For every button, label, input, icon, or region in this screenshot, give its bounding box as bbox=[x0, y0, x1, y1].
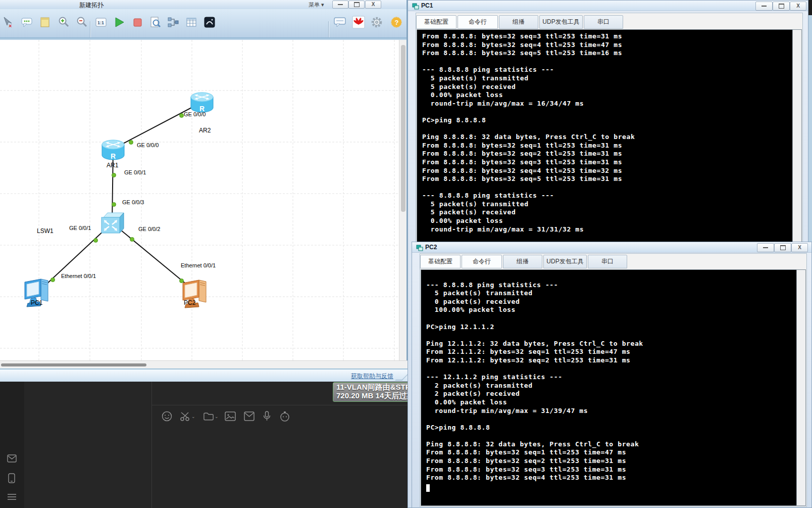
zoom-out-icon[interactable] bbox=[75, 15, 89, 29]
comment-icon[interactable] bbox=[20, 15, 34, 29]
file-icon[interactable] bbox=[203, 410, 214, 422]
terminal-line: From 8.8.8.8: bytes=32 seq=5 ttl=253 tim… bbox=[422, 49, 791, 58]
pc2-terminal-output: --- 8.8.8.8 ping statistics --- 5 packet… bbox=[426, 272, 795, 482]
voice-icon[interactable] bbox=[261, 410, 272, 422]
terminal-line: From 12.1.1.2: bytes=32 seq=1 ttl=253 ti… bbox=[426, 348, 795, 356]
terminal-line bbox=[426, 365, 795, 374]
pc2-close-button[interactable]: X bbox=[791, 243, 808, 252]
pc1-tab-command-line[interactable]: 命令行 bbox=[458, 15, 498, 29]
ensp-window-title: 新建拓扑 bbox=[79, 1, 104, 10]
pc2-terminal-scrollbar[interactable] bbox=[796, 270, 805, 505]
ensp-menu-button[interactable]: 菜单 ▾ bbox=[309, 1, 324, 9]
svg-text:×: × bbox=[9, 23, 12, 28]
ensp-minimize-button[interactable] bbox=[332, 1, 348, 9]
port-dot bbox=[179, 279, 184, 283]
pc-window-icon bbox=[416, 244, 423, 253]
stop-device-icon[interactable] bbox=[130, 15, 144, 29]
device-lsw1[interactable] bbox=[100, 211, 125, 237]
device-label-ar1: AR1 bbox=[107, 162, 118, 169]
device-label-ar2: AR2 bbox=[199, 127, 211, 134]
port-label-lsw1-ge002: GE 0/0/2 bbox=[138, 226, 160, 232]
screenshot-icon[interactable] bbox=[180, 410, 191, 422]
pc2-tab-serial[interactable]: 串口 bbox=[588, 255, 627, 268]
pc1-tab-udp-tool[interactable]: UDP发包工具 bbox=[539, 15, 583, 29]
ensp-toolbar: × 1:1 bbox=[0, 9, 408, 37]
snapshot-icon[interactable] bbox=[202, 15, 217, 29]
port-dot bbox=[112, 202, 116, 207]
emoji-icon[interactable] bbox=[161, 410, 172, 422]
pc2-maximize-button[interactable] bbox=[774, 243, 791, 252]
port-dot bbox=[112, 173, 116, 177]
menu-icon[interactable] bbox=[7, 493, 17, 502]
card-icon[interactable] bbox=[243, 410, 255, 422]
terminal-line bbox=[422, 125, 791, 133]
device-label-lsw1: LSW1 bbox=[37, 227, 54, 235]
packet-capture-icon[interactable] bbox=[148, 15, 162, 29]
terminal-line bbox=[422, 183, 791, 192]
pc2-tab-multicast[interactable]: 组播 bbox=[503, 255, 542, 268]
pc1-minimize-button[interactable] bbox=[755, 2, 773, 11]
terminal-line: Ping 8.8.8.8: 32 data bytes, Press Ctrl_… bbox=[426, 440, 795, 449]
device-label-pc2: PC2 bbox=[184, 299, 195, 306]
port-label-lsw1-ge003: GE 0/0/3 bbox=[122, 199, 144, 205]
file-dropdown-icon[interactable]: ⌄ bbox=[215, 414, 219, 419]
ensp-titlebar[interactable]: 新建拓扑 菜单 ▾ X bbox=[0, 0, 408, 10]
pc1-titlebar[interactable]: PC1 X bbox=[408, 1, 808, 11]
topology-view-icon[interactable] bbox=[166, 15, 180, 29]
terminal-line bbox=[426, 432, 795, 440]
terminal-line: 100.00% packet loss bbox=[426, 306, 795, 314]
device-ar1[interactable]: R bbox=[101, 140, 125, 163]
zoom-in-icon[interactable] bbox=[57, 15, 71, 29]
terminal-line: PC>ping 12.1.1.2 bbox=[426, 323, 795, 332]
help-icon[interactable]: ? bbox=[389, 15, 403, 29]
wechat-chat-list[interactable] bbox=[24, 381, 152, 508]
terminal-line: 0.00% packet loss bbox=[422, 217, 791, 225]
feedback-icon[interactable] bbox=[333, 15, 347, 29]
help-feedback-link[interactable]: 获取帮助与反馈 bbox=[351, 372, 393, 381]
pc1-tab-serial[interactable]: 串口 bbox=[584, 15, 623, 29]
canvas-vertical-scrollbar[interactable] bbox=[399, 40, 407, 360]
pointer-delete-icon[interactable]: × bbox=[1, 15, 15, 29]
pc2-minimize-button[interactable] bbox=[757, 243, 774, 252]
pc2-tab-command-line[interactable]: 命令行 bbox=[462, 255, 502, 268]
actual-size-icon[interactable]: 1:1 bbox=[94, 15, 108, 29]
settings-icon[interactable] bbox=[370, 15, 384, 29]
pc1-tab-multicast[interactable]: 组播 bbox=[499, 15, 538, 29]
terminal-line: From 8.8.8.8: bytes=32 seq=3 ttl=253 tim… bbox=[422, 158, 791, 167]
port-label-ar1-ge001: GE 0/0/1 bbox=[124, 169, 146, 175]
vertical-scrollbar-thumb[interactable] bbox=[401, 45, 405, 212]
image-icon[interactable] bbox=[225, 410, 236, 422]
pc2-titlebar[interactable]: PC2 X bbox=[412, 242, 811, 253]
topology-canvas[interactable]: R R bbox=[0, 40, 399, 360]
port-label-ar1-ge000: GE 0/0/0 bbox=[137, 142, 159, 148]
pc1-tab-basic-config[interactable]: 基础配置 bbox=[416, 15, 456, 29]
terminal-line: From 8.8.8.8: bytes=32 seq=2 ttl=253 tim… bbox=[426, 457, 795, 466]
terminal-line: From 12.1.1.2: bytes=32 seq=2 ttl=253 ti… bbox=[426, 356, 795, 365]
notepad-icon[interactable] bbox=[38, 15, 52, 29]
terminal-line: 0.00% packet loss bbox=[426, 398, 795, 407]
video-call-icon[interactable] bbox=[279, 410, 290, 422]
port-dot bbox=[130, 237, 134, 242]
pc2-tab-basic-config[interactable]: 基础配置 bbox=[420, 255, 461, 268]
mail-icon[interactable] bbox=[7, 454, 17, 465]
terminal-line: From 8.8.8.8: bytes=32 seq=4 ttl=253 tim… bbox=[422, 41, 791, 50]
start-device-icon[interactable] bbox=[112, 15, 126, 29]
pc2-tab-udp-tool[interactable]: UDP发包工具 bbox=[543, 255, 587, 268]
pc1-close-button[interactable]: X bbox=[790, 2, 806, 11]
device-grid-icon[interactable] bbox=[184, 15, 198, 29]
resize-grip[interactable] bbox=[395, 374, 409, 381]
horizontal-scrollbar-thumb[interactable] bbox=[1, 363, 146, 366]
pc2-terminal[interactable]: --- 8.8.8.8 ping statistics --- 5 packet… bbox=[421, 269, 806, 506]
ensp-close-button[interactable]: X bbox=[365, 1, 381, 9]
terminal-line: 0 packet(s) received bbox=[426, 298, 795, 306]
screenshot-dropdown-icon[interactable]: ⌄ bbox=[191, 414, 195, 419]
wechat-window: 11-VLAN间路由&STP.mp4 720.20 MB 14天后过期 ◦ ▫ … bbox=[0, 381, 410, 508]
canvas-horizontal-scrollbar[interactable] bbox=[0, 360, 408, 369]
terminal-line: 5 packet(s) received bbox=[422, 208, 791, 217]
phone-icon[interactable] bbox=[8, 473, 15, 485]
port-dot bbox=[129, 140, 133, 145]
ensp-maximize-button[interactable] bbox=[348, 1, 365, 9]
pc1-maximize-button[interactable] bbox=[773, 2, 790, 11]
huawei-logo-icon[interactable] bbox=[351, 15, 366, 29]
terminal-line: --- 8.8.8.8 ping statistics --- bbox=[426, 281, 795, 290]
